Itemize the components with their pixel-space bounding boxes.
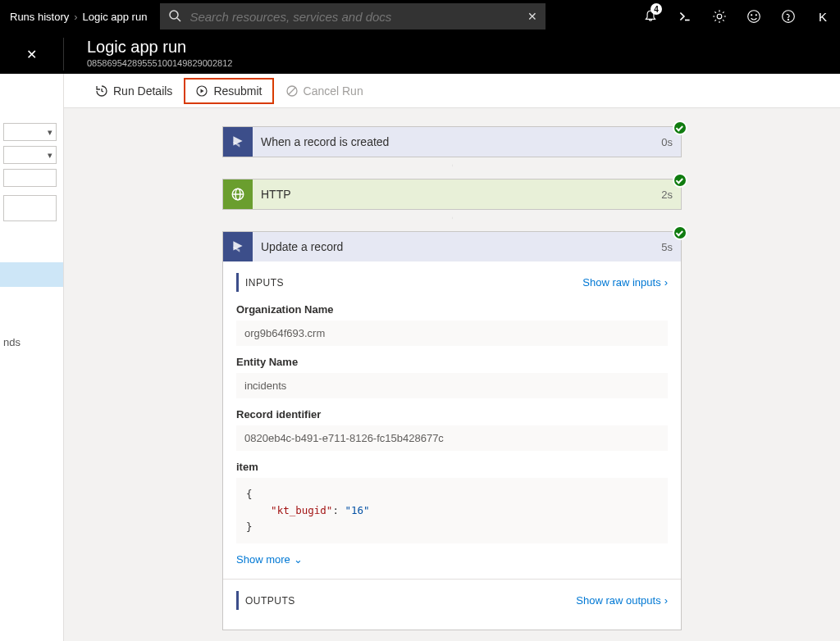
http-label: HTTP — [253, 188, 653, 201]
run-details-button[interactable]: Run Details — [87, 81, 180, 101]
notifications-icon[interactable]: 4 — [633, 0, 668, 33]
inputs-section-header: INPUTS Show raw inputs › — [236, 273, 668, 292]
chevron-right-icon: › — [664, 276, 668, 289]
dynamics-icon — [223, 127, 253, 157]
content-area: Run Details Resubmit Cancel Run — [64, 74, 840, 641]
chevron-down-icon: ⌄ — [294, 553, 303, 566]
svg-line-1 — [177, 18, 180, 21]
outputs-section-header: OUTPUTS Show raw outputs › — [236, 591, 668, 610]
left-panel: ▾ ▾ nds — [0, 74, 64, 641]
success-check-icon — [673, 120, 687, 135]
item-json: { "kt_bugid": "16"} — [236, 478, 668, 543]
svg-point-6 — [756, 15, 756, 16]
svg-point-0 — [170, 11, 178, 19]
success-check-icon — [673, 173, 687, 188]
breadcrumb-item[interactable]: Runs history — [10, 11, 69, 23]
run-details-label: Run Details — [113, 84, 172, 98]
selected-run-row[interactable] — [0, 262, 63, 287]
field-label: Entity Name — [236, 356, 668, 368]
outputs-label: OUTPUTS — [245, 595, 295, 607]
gear-icon[interactable] — [702, 0, 737, 33]
filter-input[interactable] — [3, 169, 57, 187]
svg-line-11 — [289, 88, 295, 94]
svg-point-5 — [751, 15, 752, 16]
top-bar: Runs history › Logic app run ✕ 4 K — [0, 0, 840, 33]
connector-arrow — [452, 210, 453, 231]
cancel-run-label: Cancel Run — [304, 84, 363, 98]
truncated-text: nds — [3, 336, 57, 348]
show-raw-outputs-link[interactable]: Show raw outputs › — [576, 594, 668, 607]
svg-point-3 — [717, 14, 722, 19]
chevron-right-icon: › — [664, 594, 668, 607]
search-input[interactable] — [189, 10, 519, 24]
success-check-icon — [673, 225, 687, 240]
breadcrumb: Runs history › Logic app run — [0, 11, 157, 23]
cloud-shell-icon[interactable] — [668, 0, 702, 33]
field-label: Record identifier — [236, 408, 668, 421]
help-icon[interactable] — [771, 0, 806, 33]
show-more-link[interactable]: Show more ⌄ — [236, 553, 668, 566]
update-card-body: INPUTS Show raw inputs › Organization Na… — [223, 261, 681, 630]
show-raw-inputs-link[interactable]: Show raw inputs › — [582, 276, 668, 289]
cancel-icon — [285, 84, 299, 98]
blade-title: Logic app run 08586954289555100149829002… — [64, 38, 232, 68]
filter-dropdown[interactable]: ▾ — [3, 146, 57, 164]
cancel-run-button: Cancel Run — [277, 81, 372, 101]
divider — [223, 579, 681, 580]
filter-dropdown[interactable]: ▾ — [3, 123, 57, 141]
resubmit-label: Resubmit — [213, 84, 262, 98]
search-icon — [168, 9, 181, 25]
connector-arrow — [452, 157, 453, 179]
trigger-time: 0s — [653, 136, 681, 148]
update-label: Update a record — [253, 240, 653, 253]
update-time: 5s — [653, 241, 681, 253]
resubmit-icon — [195, 84, 208, 98]
page-title: Logic app run — [87, 38, 232, 57]
filter-search[interactable] — [3, 195, 57, 221]
http-icon — [223, 180, 253, 209]
global-search[interactable]: ✕ — [160, 3, 546, 30]
svg-point-8 — [788, 19, 788, 20]
history-icon — [95, 84, 108, 98]
dynamics-icon — [223, 232, 253, 261]
svg-point-4 — [748, 11, 760, 23]
breadcrumb-separator: › — [74, 11, 77, 23]
feedback-icon[interactable] — [737, 0, 771, 33]
org-name-value: org9b64f693.crm — [236, 320, 668, 346]
designer-canvas[interactable]: When a record is created 0s HTTP — [64, 108, 840, 641]
clear-icon[interactable]: ✕ — [527, 10, 537, 23]
trigger-label: When a record is created — [253, 135, 653, 148]
run-toolbar: Run Details Resubmit Cancel Run — [64, 74, 840, 108]
resubmit-button[interactable]: Resubmit — [184, 78, 273, 104]
run-id: 08586954289555100149829002812 — [87, 58, 232, 68]
account-letter[interactable]: K — [806, 0, 840, 33]
record-id-value: 0820eb4c-b491-e711-8126-fc15b428677c — [236, 425, 668, 451]
entity-name-value: incidents — [236, 373, 668, 398]
main-layout: ▾ ▾ nds Run Details Resubmit — [0, 74, 840, 641]
close-button[interactable]: ✕ — [0, 38, 64, 70]
update-record-card[interactable]: Update a record 5s INPUTS Show raw input… — [222, 231, 682, 630]
http-time: 2s — [653, 189, 681, 201]
svg-point-7 — [783, 11, 795, 23]
field-label: item — [236, 461, 668, 473]
breadcrumb-item[interactable]: Logic app run — [83, 11, 148, 23]
top-icon-bar: 4 K — [633, 0, 840, 33]
blade-header: ✕ Logic app run 085869542895551001498290… — [0, 33, 840, 74]
flow-column: When a record is created 0s HTTP — [222, 126, 682, 630]
field-label: Organization Name — [236, 303, 668, 316]
notification-badge: 4 — [651, 3, 662, 15]
inputs-label: INPUTS — [245, 277, 284, 289]
